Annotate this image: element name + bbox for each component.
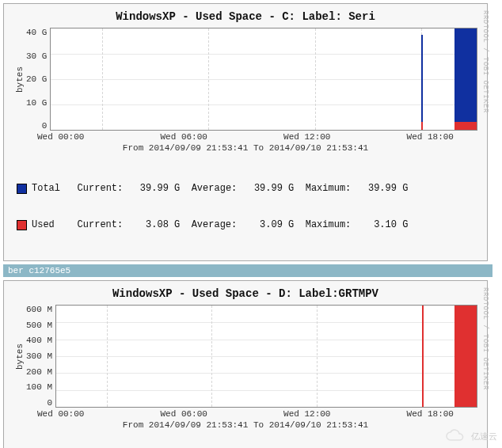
attribution-text: RRDTOOL / TOBI OETIKER xyxy=(481,287,489,390)
y-axis-label: bytes xyxy=(13,305,26,408)
plot-area xyxy=(50,28,477,131)
y-axis-ticks: 40 G 30 G 20 G 10 G 0 xyxy=(26,28,50,131)
data-sliver xyxy=(422,306,424,407)
legend-row-used: Used Current: 3.08 G Average: 3.09 G Max… xyxy=(17,218,477,232)
data-sliver-end xyxy=(454,28,477,130)
legend-row-total: Total Current: 39.99 G Average: 39.99 G … xyxy=(17,181,477,196)
chart-title: WindowsXP - Used Space - C: Label: Seri xyxy=(13,10,477,23)
swatch-total xyxy=(17,184,27,194)
section-divider: ber c12765e5 xyxy=(3,264,492,277)
cloud-icon xyxy=(444,429,468,443)
chart-title: WindowsXP - Used Space - D: Label:GRTMPV xyxy=(13,287,477,300)
attribution-text: RRDTOOL / TOBI OETIKER xyxy=(481,10,489,113)
time-range-caption: From 2014/09/09 21:53:41 To 2014/09/10 2… xyxy=(13,143,477,153)
swatch-used xyxy=(17,220,27,230)
x-axis-ticks: Wed 00:00 Wed 06:00 Wed 12:00 Wed 18:00 xyxy=(37,132,477,142)
chart-panel-d: RRDTOOL / TOBI OETIKER WindowsXP - Used … xyxy=(3,280,488,448)
watermark: 亿速云 xyxy=(444,429,497,443)
legend: Total Current: 39.99 G Average: 39.99 G … xyxy=(13,159,477,254)
x-axis-ticks: Wed 00:00 Wed 06:00 Wed 12:00 Wed 18:00 xyxy=(37,409,477,419)
legend: Total Current: 601.04 M Average: 601.04 … xyxy=(13,436,477,448)
time-range-caption: From 2014/09/09 21:53:41 To 2014/09/10 2… xyxy=(13,420,477,430)
y-axis-ticks: 600 M 500 M 400 M 300 M 200 M 100 M 0 xyxy=(26,305,55,408)
plot-area xyxy=(55,305,477,408)
data-sliver xyxy=(421,35,423,130)
chart-panel-c: RRDTOOL / TOBI OETIKER WindowsXP - Used … xyxy=(3,3,488,261)
y-axis-label: bytes xyxy=(13,28,26,131)
data-sliver-end xyxy=(454,306,477,407)
